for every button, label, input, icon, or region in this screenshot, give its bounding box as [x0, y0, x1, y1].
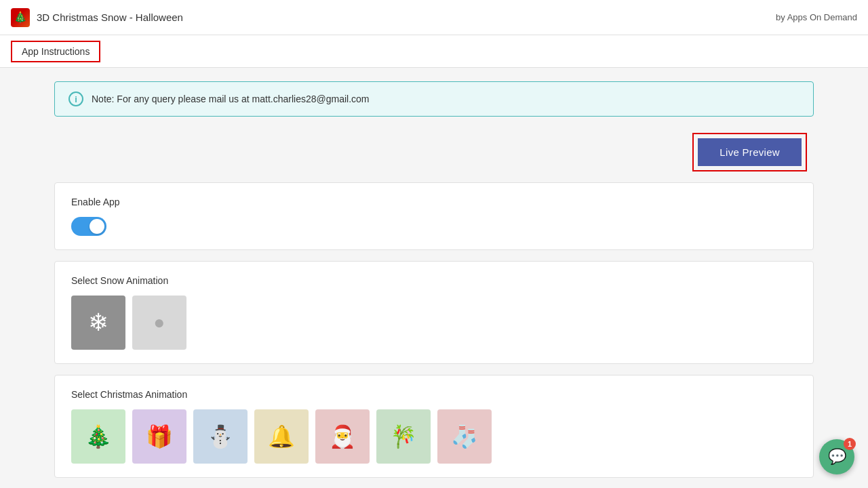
app-icon: 🎄 [11, 8, 30, 27]
enable-app-toggle-container [71, 217, 797, 236]
enable-app-card: Enable App [54, 182, 814, 250]
chat-icon: 💬 [828, 448, 846, 466]
toggle-knob [90, 219, 104, 234]
info-icon: i [68, 92, 83, 106]
live-preview-wrapper: Live Preview [692, 133, 807, 171]
christmas-anim-item-4[interactable]: 🔔 [254, 409, 309, 464]
main-content: i Note: For any query please mail us at … [0, 68, 868, 488]
christmas-anim-item-2[interactable]: 🎁 [132, 409, 186, 464]
christmas-icon-2: 🎁 [146, 424, 173, 449]
christmas-anim-item-6[interactable]: 🎋 [376, 409, 431, 464]
christmas-icon-7: 🧦 [451, 424, 478, 449]
snow-anim-icon-2: ● [154, 312, 165, 333]
christmas-icon-1: 🎄 [85, 424, 112, 449]
christmas-animation-grid: 🎄 🎁 ⛄ 🔔 🎅 🎋 🧦 [71, 409, 797, 464]
info-banner-text: Note: For any query please mail us at ma… [92, 94, 370, 104]
christmas-anim-item-1[interactable]: 🎄 [71, 409, 125, 464]
enable-app-toggle[interactable] [71, 217, 106, 236]
snow-anim-item-1[interactable]: ❄ [71, 296, 125, 350]
christmas-icon-6: 🎋 [390, 424, 417, 449]
christmas-anim-item-5[interactable]: 🎅 [315, 409, 370, 464]
live-preview-area: Live Preview [54, 133, 814, 171]
christmas-anim-item-3[interactable]: ⛄ [193, 409, 248, 464]
christmas-icon-3: ⛄ [207, 424, 234, 449]
sub-nav: App Instructions [0, 35, 868, 68]
christmas-animation-card: Select Christmas Animation 🎄 🎁 ⛄ 🔔 🎅 🎋 🧦 [54, 375, 814, 478]
snowflake-icon: ❄ [88, 308, 108, 337]
app-title: 3D Christmas Snow - Halloween [37, 12, 183, 23]
live-preview-button[interactable]: Live Preview [698, 138, 802, 166]
christmas-animation-title: Select Christmas Animation [71, 389, 797, 400]
top-bar-credit: by Apps On Demand [776, 12, 857, 22]
info-banner: i Note: For any query please mail us at … [54, 81, 814, 117]
top-bar: 🎄 3D Christmas Snow - Halloween by Apps … [0, 0, 868, 35]
christmas-anim-item-7[interactable]: 🧦 [437, 409, 492, 464]
snow-animation-grid: ❄ ● [71, 296, 797, 350]
snow-animation-card: Select Snow Animation ❄ ● [54, 261, 814, 364]
enable-app-label: Enable App [71, 197, 797, 207]
chat-bubble[interactable]: 💬 1 [819, 439, 854, 474]
snow-anim-item-2[interactable]: ● [132, 296, 186, 350]
top-bar-left: 🎄 3D Christmas Snow - Halloween [11, 8, 183, 27]
app-instructions-button[interactable]: App Instructions [11, 41, 100, 62]
chat-badge: 1 [844, 438, 856, 450]
christmas-icon-4: 🔔 [268, 424, 295, 449]
snow-animation-title: Select Snow Animation [71, 275, 797, 286]
christmas-icon-5: 🎅 [329, 424, 356, 449]
